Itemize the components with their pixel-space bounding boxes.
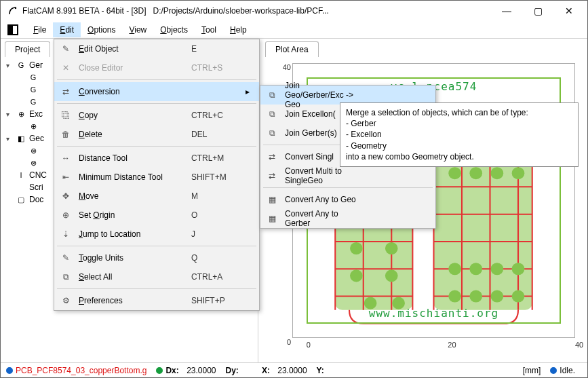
status-dy: Dy: [226,366,239,375]
dot-icon [6,367,13,374]
pcb-bottom-text: www.mischianti.org [347,307,520,320]
edit-menu-item[interactable]: ✥MoveM [54,187,259,206]
edit-menu-item[interactable]: ↔Distance ToolCTRL+M [54,149,259,168]
menu-icon: ⇤ [60,171,72,183]
status-state: Idle. [550,366,575,375]
menu-icon: ⚙ [60,295,72,307]
dot-icon [156,367,163,374]
menu-view[interactable]: View [122,22,153,37]
menu-icon: ▦ [266,212,278,225]
right-tabs: Plot Area [258,39,587,56]
menu-icon: ⇄ [266,170,278,182]
menu-icon: ✎ [60,43,72,55]
svg-point-0 [15,7,16,9]
edit-menu-item[interactable]: ⚙PreferencesSHIFT+P [54,291,259,310]
conversion-item[interactable]: ⇄Convert Multi to SingleGeo [260,166,435,185]
dot-icon [550,367,557,374]
menu-edit[interactable]: Edit [53,22,81,37]
edit-menu-item[interactable]: ⿻CopyCTRL+C [54,106,259,125]
edit-menu-item[interactable]: ✎Toggle UnitsQ [54,248,259,267]
statusbar: PCB_PCF8574_03_copperBottom.g Dx: 23.000… [1,362,587,377]
menu-icon: ⊕ [60,209,72,221]
menu-objects[interactable]: Objects [153,22,195,37]
tooltip-line: - Excellon [346,129,572,140]
edit-menu-item[interactable]: 🗑DeleteDEL [54,125,259,144]
tooltip-line: - Geometry [346,140,572,151]
menu-icon: ⿻ [60,109,72,121]
status-units: [mm] [523,366,541,375]
dx-value: 23.0000 [187,366,216,375]
edit-menu-item[interactable]: ⊕Set OriginO [54,206,259,225]
conversion-item[interactable]: ▦Convert Any to Gerber [260,209,435,228]
status-dx: Dx: 23.0000 [156,366,216,375]
state-text: Idle. [560,366,575,375]
menu-tool[interactable]: Tool [195,22,223,37]
maximize-button[interactable]: ▢ [522,1,553,21]
close-button[interactable]: ✕ [553,1,585,21]
edit-menu-item[interactable]: ⇤Minimum Distance ToolSHIFT+M [54,168,259,187]
edit-menu-item[interactable]: ⇣Jump to LocationJ [54,225,259,244]
edit-menu-item[interactable]: ⇄Conversion▸ [54,82,259,101]
app-title: FlatCAM 8.991 BETA - 64bit - [3D] [22,6,146,16]
tooltip: Merge a selection of objects, which can … [340,102,579,167]
titlebar: FlatCAM 8.991 BETA - 64bit - [3D] D:/Pro… [1,1,587,21]
window-buttons: — ▢ ✕ [491,1,585,21]
menu-help[interactable]: Help [223,22,254,37]
menu-options[interactable]: Options [81,22,122,37]
x-value: 23.0000 [277,366,307,375]
menu-icon: ✎ [60,252,72,264]
menu-icon: ✕ [60,62,72,74]
tooltip-line: - Gerber [346,118,572,129]
file-path: D:/Projects/Arduino/sloeber-workspace-li… [153,6,491,16]
dx-label: Dx: [165,366,178,375]
menu-icon: ⧉ [266,89,278,101]
menu-icon: ⇄ [266,151,278,163]
app-icon [7,5,18,16]
status-x: X: 23.0000 [262,366,307,375]
minimize-button[interactable]: — [491,1,522,21]
menu-icon: ⇣ [60,228,72,240]
edit-menu-item[interactable]: ✎Edit ObjectE [54,39,259,58]
menu-icon: ⇄ [60,86,72,98]
y-label: Y: [317,366,324,375]
tab-project[interactable]: Project [5,41,50,57]
x-axis: 02040 [292,341,575,352]
menu-icon: ↔ [60,152,72,164]
tooltip-line: into a new combo Geometry object. [346,151,572,162]
menu-file[interactable]: File [26,22,53,37]
dy-label: Dy: [226,366,239,375]
menu-icon: ▦ [266,193,278,206]
menu-icon: ⧉ [60,271,72,283]
menu-icon: ⧉ [266,127,278,139]
menu-icon: ✥ [60,190,72,202]
status-object: PCB_PCF8574_03_copperBottom.g [6,366,146,375]
conversion-item[interactable]: ⧉Join Geo/Gerber/Exc -> Geo [260,86,435,105]
menu-icon: ⧉ [266,108,278,120]
menubar: FileEditOptionsViewObjectsToolHelp [1,21,587,39]
tooltip-line: Merge a selection of objects, which can … [346,107,572,118]
tab-plot-area[interactable]: Plot Area [265,41,319,57]
app-logo-icon [7,24,18,35]
edit-menu: ✎Edit ObjectE✕Close EditorCTRL+S⇄Convers… [54,39,260,311]
status-object-name: PCB_PCF8574_03_copperBottom.g [16,366,146,375]
edit-menu-item[interactable]: ⧉Select AllCTRL+A [54,267,259,286]
status-y: Y: [317,366,324,375]
menu-icon: 🗑 [60,128,72,140]
x-label: X: [262,366,270,375]
conversion-item[interactable]: ▦Convert Any to Geo [260,190,435,209]
edit-menu-item[interactable]: ✕Close EditorCTRL+S [54,58,259,77]
